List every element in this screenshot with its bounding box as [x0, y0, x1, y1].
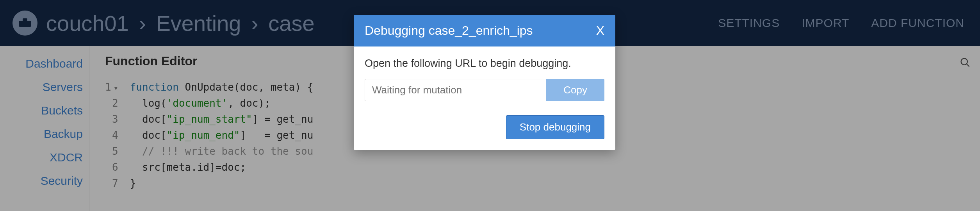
modal-title: Debugging case_2_enrich_ips [365, 23, 533, 38]
close-icon[interactable]: X [596, 23, 604, 38]
url-row: Copy [365, 79, 604, 101]
modal-footer: Stop debugging [365, 115, 604, 139]
debug-modal: Debugging case_2_enrich_ips X Open the f… [354, 15, 615, 150]
modal-header: Debugging case_2_enrich_ips X [354, 15, 615, 46]
modal-body: Open the following URL to begin debuggin… [354, 46, 615, 150]
copy-button[interactable]: Copy [546, 79, 604, 101]
stop-debugging-button[interactable]: Stop debugging [506, 115, 604, 139]
modal-instruction: Open the following URL to begin debuggin… [365, 57, 604, 70]
debug-url-input[interactable] [365, 79, 546, 101]
